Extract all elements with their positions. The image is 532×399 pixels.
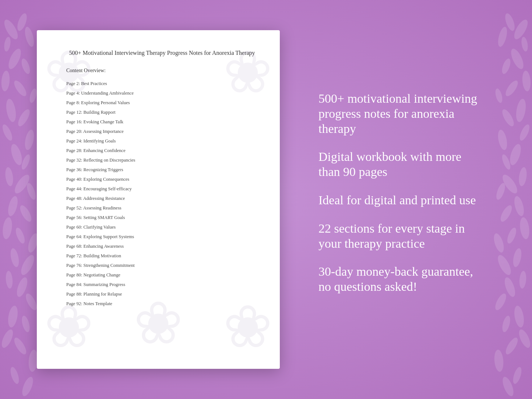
- feature-text-3: 22 sections for every stage in your ther…: [318, 221, 484, 251]
- svg-point-18: [6, 195, 20, 217]
- svg-point-45: [500, 107, 516, 128]
- svg-point-55: [519, 217, 531, 240]
- svg-point-66: [504, 336, 520, 356]
- svg-point-58: [512, 247, 523, 268]
- feature-text-4: 30-day money-back guarantee, no question…: [318, 264, 484, 294]
- svg-point-29: [20, 315, 31, 333]
- svg-point-65: [517, 328, 532, 349]
- svg-point-46: [518, 123, 532, 142]
- svg-point-35: [512, 18, 531, 41]
- svg-point-33: [9, 366, 21, 385]
- svg-point-31: [12, 336, 29, 356]
- svg-point-10: [16, 107, 32, 128]
- svg-point-4: [6, 47, 23, 71]
- toc-item: Page 40: Exploring Consequences: [66, 174, 258, 184]
- svg-point-2: [3, 36, 12, 52]
- svg-point-36: [503, 12, 517, 32]
- toc-item: Page 84: Summarizing Progress: [66, 280, 258, 289]
- svg-point-59: [495, 253, 513, 277]
- svg-point-53: [512, 195, 526, 217]
- toc-item: Page 60: Clarifying Values: [66, 222, 258, 232]
- svg-point-14: [20, 153, 31, 171]
- svg-point-1: [15, 12, 29, 32]
- svg-point-40: [500, 57, 512, 75]
- toc-item: Page 72: Building Motivation: [66, 251, 258, 261]
- toc-item: Page 24: Identifying Goals: [66, 136, 258, 146]
- svg-point-20: [1, 217, 13, 240]
- toc-item: Page 52: Assessing Readiness: [66, 203, 258, 213]
- svg-point-34: [20, 375, 35, 398]
- svg-point-37: [521, 36, 529, 52]
- svg-point-16: [12, 173, 32, 196]
- toc-item: Page 80: Negotiating Change: [66, 270, 258, 280]
- svg-point-0: [2, 18, 21, 41]
- svg-point-64: [501, 315, 511, 333]
- svg-point-30: [0, 328, 15, 349]
- svg-point-43: [494, 88, 504, 104]
- svg-point-62: [493, 292, 508, 312]
- svg-point-44: [515, 98, 528, 123]
- svg-point-49: [500, 153, 512, 171]
- svg-point-28: [7, 305, 19, 328]
- table-of-contents: Page 2: Best PracticesPage 4: Understand…: [66, 79, 258, 308]
- svg-point-12: [23, 129, 35, 151]
- svg-point-54: [498, 204, 514, 223]
- svg-point-3: [23, 26, 36, 47]
- toc-item: Page 68: Enhancing Awareness: [66, 241, 258, 251]
- toc-item: Page 12: Building Rapport: [66, 107, 258, 117]
- svg-point-17: [25, 182, 37, 201]
- svg-point-11: [1, 123, 14, 142]
- toc-item: Page 56: Setting SMART Goals: [66, 213, 258, 222]
- floral-right-decoration: [488, 0, 532, 399]
- svg-point-15: [4, 167, 14, 187]
- svg-point-48: [508, 143, 523, 166]
- svg-point-39: [508, 47, 526, 71]
- svg-point-7: [12, 79, 28, 98]
- toc-item: Page 2: Best Practices: [66, 79, 258, 88]
- svg-point-50: [518, 167, 528, 187]
- svg-point-26: [15, 276, 29, 298]
- svg-point-25: [5, 271, 13, 289]
- toc-item: Page 36: Recognizing Triggers: [66, 165, 258, 174]
- toc-item: Page 20: Assessing Importance: [66, 127, 258, 136]
- svg-point-9: [5, 98, 18, 123]
- toc-item: Page 8: Exploring Personal Values: [66, 98, 258, 107]
- toc-item: Page 64: Exploring Support Systems: [66, 232, 258, 241]
- svg-point-68: [511, 366, 523, 385]
- svg-point-19: [18, 204, 34, 223]
- svg-point-47: [496, 129, 508, 151]
- svg-point-69: [500, 375, 515, 398]
- svg-point-42: [503, 79, 520, 98]
- svg-point-51: [500, 173, 520, 196]
- svg-point-52: [494, 182, 507, 201]
- svg-point-5: [20, 57, 32, 75]
- feature-text-1: Digital workbook with more than 90 pages: [318, 149, 484, 180]
- toc-item: Page 88: Planning for Relapse: [66, 289, 258, 299]
- svg-point-38: [496, 26, 509, 47]
- toc-item: Page 4: Understanding Ambivalence: [66, 88, 258, 98]
- svg-point-6: [1, 70, 11, 92]
- document-panel: ❀ ❀ ❀ ❀ ❀ 500+ Motivational Interviewing…: [37, 30, 280, 369]
- content-overview-label: Content Overview:: [66, 68, 258, 74]
- features-panel: 500+ motivational interviewing progress …: [318, 91, 484, 308]
- svg-point-24: [18, 253, 36, 277]
- svg-point-67: [493, 349, 504, 372]
- svg-point-56: [505, 226, 518, 244]
- feature-text-2: Ideal for digital and printed use: [318, 193, 484, 208]
- svg-point-57: [492, 232, 506, 254]
- feature-text-0: 500+ motivational interviewing progress …: [318, 91, 484, 136]
- toc-item: Page 28: Enhancing Confidence: [66, 146, 258, 155]
- svg-point-21: [14, 226, 27, 244]
- toc-item: Page 32: Reflecting on Discrepancies: [66, 155, 258, 165]
- svg-point-61: [503, 276, 517, 298]
- toc-item: Page 48: Addressing Resistance: [66, 194, 258, 203]
- document-title: 500+ Motivational Interviewing Therapy P…: [66, 49, 258, 57]
- toc-item: Page 76: Strengthening Commitment: [66, 261, 258, 270]
- svg-point-63: [513, 305, 525, 328]
- toc-item: Page 44: Encouraging Self-efficacy: [66, 184, 258, 194]
- svg-point-41: [522, 70, 532, 92]
- svg-point-13: [9, 143, 24, 166]
- svg-point-23: [9, 247, 20, 268]
- toc-item: Page 92: Notes Template: [66, 299, 258, 308]
- toc-item: Page 16: Evoking Change Talk: [66, 117, 258, 127]
